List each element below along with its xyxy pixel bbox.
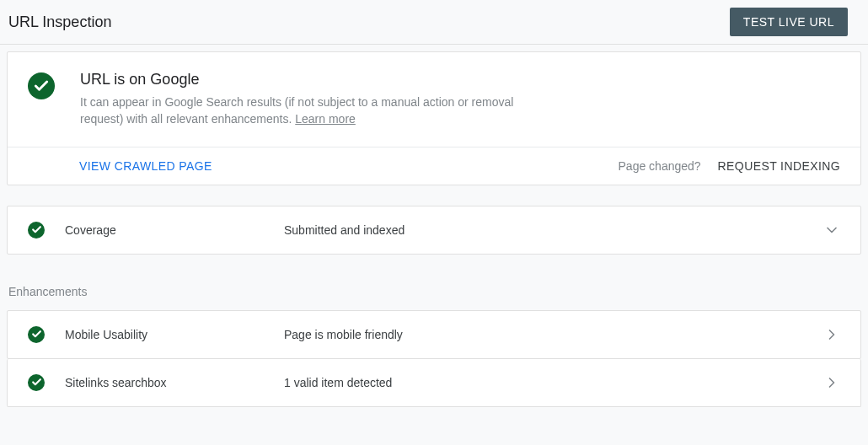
page-changed-label: Page changed? [619,159,701,173]
enhancement-value: Page is mobile friendly [284,328,823,341]
chevron-right-icon [823,374,840,391]
check-icon [28,374,45,391]
coverage-label: Coverage [65,223,284,237]
test-live-url-button[interactable]: TEST LIVE URL [730,8,848,36]
view-crawled-page-link[interactable]: VIEW CRAWLED PAGE [79,159,212,173]
page-header: URL Inspection TEST LIVE URL [0,0,868,45]
coverage-row[interactable]: Coverage Submitted and indexed [7,206,861,255]
check-icon [28,326,45,343]
check-icon [28,72,55,99]
main-status-card: URL is on Google It can appear in Google… [7,51,861,185]
enhancement-label: Sitelinks searchbox [65,376,284,389]
coverage-value: Submitted and indexed [284,223,823,237]
enhancement-value: 1 valid item detected [284,376,823,389]
chevron-down-icon [823,222,840,239]
mobile-usability-row[interactable]: Mobile Usability Page is mobile friendly [7,310,861,359]
page-title: URL Inspection [8,13,111,31]
check-icon [28,222,45,239]
status-description: It can appear in Google Search results (… [80,94,552,128]
chevron-right-icon [823,326,840,343]
enhancement-label: Mobile Usability [65,328,284,341]
learn-more-link[interactable]: Learn more [295,112,356,126]
status-heading: URL is on Google [80,71,552,88]
sitelinks-searchbox-row[interactable]: Sitelinks searchbox 1 valid item detecte… [7,359,861,407]
enhancements-section-label: Enhancements [7,285,861,310]
request-indexing-button[interactable]: REQUEST INDEXING [718,159,840,173]
main-card-footer: VIEW CRAWLED PAGE Page changed? REQUEST … [8,147,860,185]
